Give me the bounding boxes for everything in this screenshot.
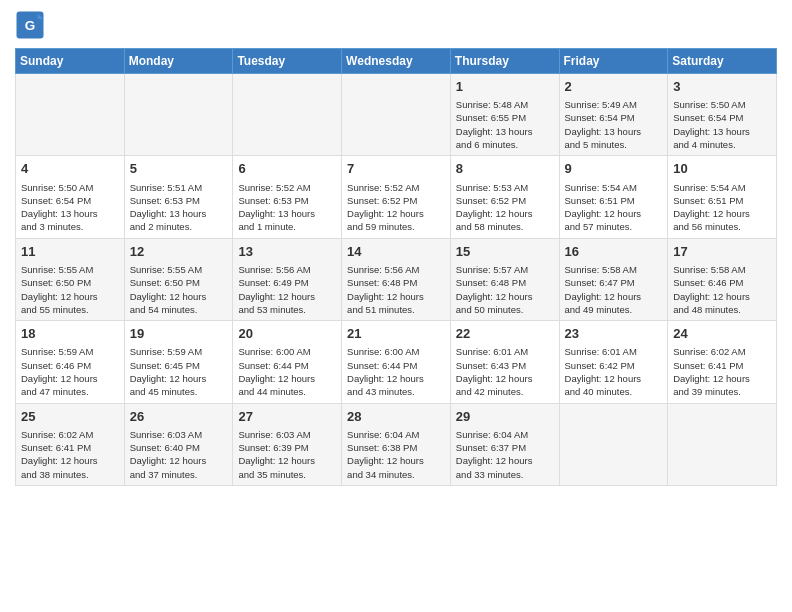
cell-content-line: Sunset: 6:49 PM (238, 276, 336, 289)
day-number: 10 (673, 160, 771, 178)
cell-content-line: Sunrise: 6:01 AM (565, 345, 663, 358)
day-number: 9 (565, 160, 663, 178)
cell-content-line: Daylight: 13 hours (565, 125, 663, 138)
calendar-cell: 14Sunrise: 5:56 AMSunset: 6:48 PMDayligh… (342, 238, 451, 320)
cell-content-line: Daylight: 12 hours (347, 454, 445, 467)
cell-content-line: Sunrise: 5:55 AM (21, 263, 119, 276)
day-header-thursday: Thursday (450, 49, 559, 74)
day-number: 22 (456, 325, 554, 343)
cell-content-line: and 37 minutes. (130, 468, 228, 481)
calendar-container: G SundayMondayTuesdayWednesdayThursdayFr… (0, 0, 792, 496)
calendar-header: G (15, 10, 777, 40)
cell-content-line: Sunset: 6:52 PM (347, 194, 445, 207)
calendar-cell: 10Sunrise: 5:54 AMSunset: 6:51 PMDayligh… (668, 156, 777, 238)
cell-content-line: Sunrise: 5:50 AM (21, 181, 119, 194)
calendar-cell: 12Sunrise: 5:55 AMSunset: 6:50 PMDayligh… (124, 238, 233, 320)
cell-content-line: and 50 minutes. (456, 303, 554, 316)
day-number: 17 (673, 243, 771, 261)
calendar-cell: 6Sunrise: 5:52 AMSunset: 6:53 PMDaylight… (233, 156, 342, 238)
cell-content-line: Daylight: 12 hours (21, 454, 119, 467)
cell-content-line: Daylight: 13 hours (673, 125, 771, 138)
day-header-row: SundayMondayTuesdayWednesdayThursdayFrid… (16, 49, 777, 74)
day-header-wednesday: Wednesday (342, 49, 451, 74)
cell-content-line: Sunset: 6:39 PM (238, 441, 336, 454)
day-number: 11 (21, 243, 119, 261)
cell-content-line: and 58 minutes. (456, 220, 554, 233)
cell-content-line: Sunrise: 6:00 AM (238, 345, 336, 358)
cell-content-line: and 59 minutes. (347, 220, 445, 233)
cell-content-line: Daylight: 12 hours (673, 290, 771, 303)
calendar-cell: 25Sunrise: 6:02 AMSunset: 6:41 PMDayligh… (16, 403, 125, 485)
cell-content-line: Daylight: 12 hours (238, 372, 336, 385)
cell-content-line: Sunrise: 5:51 AM (130, 181, 228, 194)
cell-content-line: Sunrise: 6:03 AM (130, 428, 228, 441)
calendar-cell (124, 74, 233, 156)
calendar-cell: 4Sunrise: 5:50 AMSunset: 6:54 PMDaylight… (16, 156, 125, 238)
cell-content-line: Sunset: 6:54 PM (565, 111, 663, 124)
cell-content-line: Sunset: 6:54 PM (21, 194, 119, 207)
cell-content-line: Sunrise: 6:01 AM (456, 345, 554, 358)
day-number: 25 (21, 408, 119, 426)
cell-content-line: Daylight: 12 hours (130, 372, 228, 385)
cell-content-line: Daylight: 12 hours (130, 454, 228, 467)
cell-content-line: Sunrise: 5:52 AM (238, 181, 336, 194)
cell-content-line: Sunrise: 5:59 AM (21, 345, 119, 358)
cell-content-line: and 48 minutes. (673, 303, 771, 316)
cell-content-line: and 1 minute. (238, 220, 336, 233)
cell-content-line: and 47 minutes. (21, 385, 119, 398)
cell-content-line: and 5 minutes. (565, 138, 663, 151)
cell-content-line: Daylight: 12 hours (21, 290, 119, 303)
cell-content-line: and 44 minutes. (238, 385, 336, 398)
week-row-1: 1Sunrise: 5:48 AMSunset: 6:55 PMDaylight… (16, 74, 777, 156)
day-header-friday: Friday (559, 49, 668, 74)
day-number: 16 (565, 243, 663, 261)
cell-content-line: Daylight: 12 hours (238, 290, 336, 303)
calendar-cell: 1Sunrise: 5:48 AMSunset: 6:55 PMDaylight… (450, 74, 559, 156)
cell-content-line: Sunset: 6:50 PM (21, 276, 119, 289)
cell-content-line: and 34 minutes. (347, 468, 445, 481)
calendar-cell: 27Sunrise: 6:03 AMSunset: 6:39 PMDayligh… (233, 403, 342, 485)
calendar-cell: 8Sunrise: 5:53 AMSunset: 6:52 PMDaylight… (450, 156, 559, 238)
cell-content-line: Sunrise: 5:57 AM (456, 263, 554, 276)
cell-content-line: Sunset: 6:41 PM (21, 441, 119, 454)
cell-content-line: and 35 minutes. (238, 468, 336, 481)
day-header-monday: Monday (124, 49, 233, 74)
cell-content-line: and 42 minutes. (456, 385, 554, 398)
cell-content-line: and 38 minutes. (21, 468, 119, 481)
cell-content-line: and 51 minutes. (347, 303, 445, 316)
calendar-cell: 13Sunrise: 5:56 AMSunset: 6:49 PMDayligh… (233, 238, 342, 320)
cell-content-line: Sunrise: 5:50 AM (673, 98, 771, 111)
cell-content-line: and 53 minutes. (238, 303, 336, 316)
calendar-cell: 11Sunrise: 5:55 AMSunset: 6:50 PMDayligh… (16, 238, 125, 320)
calendar-table: SundayMondayTuesdayWednesdayThursdayFrid… (15, 48, 777, 486)
calendar-cell: 2Sunrise: 5:49 AMSunset: 6:54 PMDaylight… (559, 74, 668, 156)
cell-content-line: Sunset: 6:51 PM (565, 194, 663, 207)
cell-content-line: Sunrise: 5:58 AM (673, 263, 771, 276)
day-number: 23 (565, 325, 663, 343)
cell-content-line: Sunset: 6:46 PM (673, 276, 771, 289)
cell-content-line: Sunset: 6:47 PM (565, 276, 663, 289)
calendar-cell: 7Sunrise: 5:52 AMSunset: 6:52 PMDaylight… (342, 156, 451, 238)
day-number: 24 (673, 325, 771, 343)
cell-content-line: Sunrise: 5:53 AM (456, 181, 554, 194)
day-number: 14 (347, 243, 445, 261)
cell-content-line: Daylight: 12 hours (565, 290, 663, 303)
cell-content-line: Sunset: 6:51 PM (673, 194, 771, 207)
calendar-cell: 26Sunrise: 6:03 AMSunset: 6:40 PMDayligh… (124, 403, 233, 485)
day-header-tuesday: Tuesday (233, 49, 342, 74)
cell-content-line: Sunrise: 6:04 AM (347, 428, 445, 441)
cell-content-line: Sunrise: 5:56 AM (238, 263, 336, 276)
calendar-cell (559, 403, 668, 485)
day-number: 18 (21, 325, 119, 343)
day-number: 3 (673, 78, 771, 96)
logo-icon: G (15, 10, 45, 40)
cell-content-line: and 6 minutes. (456, 138, 554, 151)
day-number: 7 (347, 160, 445, 178)
week-row-2: 4Sunrise: 5:50 AMSunset: 6:54 PMDaylight… (16, 156, 777, 238)
day-number: 20 (238, 325, 336, 343)
cell-content-line: Daylight: 12 hours (238, 454, 336, 467)
cell-content-line: Sunset: 6:45 PM (130, 359, 228, 372)
cell-content-line: and 55 minutes. (21, 303, 119, 316)
cell-content-line: Sunset: 6:40 PM (130, 441, 228, 454)
cell-content-line: Sunset: 6:55 PM (456, 111, 554, 124)
